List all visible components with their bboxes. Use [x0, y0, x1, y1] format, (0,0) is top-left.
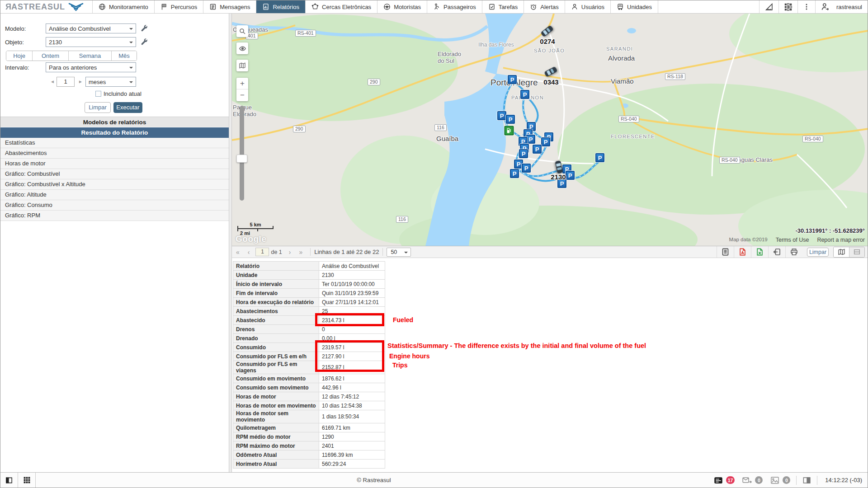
annotation-box-fueled — [315, 313, 384, 326]
fuel-station-marker-icon[interactable] — [505, 126, 514, 136]
image-count-badge[interactable]: 0 — [783, 476, 790, 484]
executar-button[interactable]: Executar — [113, 102, 142, 113]
increment-arrow[interactable]: ► — [78, 79, 83, 84]
grid-view-icon[interactable] — [18, 473, 36, 488]
tab-unidades[interactable]: Unidades — [611, 0, 658, 13]
decrement-arrow[interactable]: ◄ — [50, 79, 55, 84]
modelo-select[interactable]: Análise do Combustível — [46, 23, 136, 33]
export-pdf-icon[interactable] — [734, 246, 751, 258]
result-item-abastecimentos[interactable]: Abastecimentos — [0, 148, 229, 159]
tab-motoristas[interactable]: Motoristas — [377, 0, 427, 13]
tab-mensagens[interactable]: Mensagens — [203, 0, 256, 13]
tab-relatorios[interactable]: Relatórios — [256, 0, 306, 13]
messages-icon[interactable] — [742, 476, 752, 484]
map-view-toggle-icon[interactable] — [834, 247, 849, 257]
last-page-button[interactable]: » — [295, 249, 307, 256]
clear-results-button[interactable]: Limpar — [807, 248, 829, 257]
page-number-input[interactable]: 1 — [255, 248, 269, 256]
include-current-checkbox[interactable] — [95, 91, 101, 97]
parking-marker-icon[interactable]: P — [510, 169, 519, 178]
parking-marker-icon[interactable]: P — [522, 164, 531, 173]
result-item-grafico-altitude[interactable]: Gráfico: Altitude — [0, 190, 229, 200]
report-view-icon[interactable] — [717, 246, 734, 258]
panel-layout-icon[interactable] — [802, 476, 811, 484]
tab-tarefas[interactable]: Tarefas — [482, 0, 524, 13]
map-visibility-button[interactable] — [236, 42, 248, 54]
notification-count-badge[interactable]: 17 — [726, 476, 735, 484]
parking-marker-icon[interactable]: P — [508, 75, 517, 84]
row-label: Drenado — [233, 334, 319, 343]
road-badge-116: 116 — [434, 124, 447, 131]
page-size-select[interactable]: 50 — [387, 248, 411, 257]
result-header[interactable]: Resultado do Relatório — [0, 127, 229, 138]
vehicle-id-label: 0343 — [543, 78, 558, 86]
map-canvas[interactable]: CharqueadasIlha das FloresEldorado do Su… — [232, 14, 868, 246]
export-file-icon[interactable] — [768, 246, 785, 258]
parking-marker-icon[interactable]: P — [520, 90, 529, 99]
objeto-settings-wrench-icon[interactable] — [141, 38, 149, 46]
result-item-grafico-combustivel[interactable]: Gráfico: Combustível — [0, 169, 229, 179]
next-page-button[interactable]: › — [285, 249, 295, 256]
parking-marker-icon[interactable]: P — [533, 145, 542, 154]
result-item-grafico-combustivel-x-altitude[interactable]: Gráfico: Combustível x Altitude — [0, 179, 229, 190]
tab-passageiros[interactable]: Passageiros — [427, 0, 482, 13]
terms-of-use-link[interactable]: Terms of Use — [776, 237, 809, 243]
models-header[interactable]: Modelos de relatórios — [0, 117, 229, 127]
row-label: Consumido sem movimento — [233, 383, 319, 392]
modelo-label: Modelo: — [5, 25, 26, 32]
parking-marker-icon[interactable]: P — [506, 115, 515, 124]
report-map-error-link[interactable]: Report a map error — [817, 237, 865, 243]
quick-range-semana[interactable]: Semana — [69, 51, 112, 61]
panel-divider[interactable] — [229, 14, 232, 473]
logout-user-icon[interactable] — [815, 0, 835, 13]
parking-marker-icon[interactable]: P — [595, 153, 604, 162]
zoom-slider-track[interactable] — [240, 106, 244, 201]
zoom-in-button[interactable]: + — [236, 78, 248, 89]
map-search-button[interactable] — [236, 25, 248, 37]
parking-marker-icon[interactable]: P — [541, 137, 550, 146]
export-excel-icon[interactable] — [751, 246, 768, 258]
images-icon[interactable] — [770, 476, 779, 484]
more-options-kebab-icon[interactable] — [797, 0, 815, 13]
map-layers-button[interactable] — [236, 60, 248, 71]
zoom-slider-handle[interactable] — [236, 155, 247, 163]
period-unit-select[interactable]: meses — [85, 77, 136, 87]
modelo-settings-wrench-icon[interactable] — [141, 24, 149, 33]
parking-marker-icon[interactable]: P — [519, 149, 528, 158]
parking-marker-icon[interactable]: P — [497, 111, 506, 120]
objeto-select[interactable]: 2130 — [46, 37, 136, 47]
zoom-out-button[interactable]: − — [236, 89, 248, 101]
map-data-credit: Map data ©2019 — [729, 237, 768, 243]
result-item-grafico-rpm[interactable]: Gráfico: RPM — [0, 211, 229, 221]
parking-marker-icon[interactable]: P — [526, 135, 535, 144]
map-and-results-panel: CharqueadasIlha das FloresEldorado do Su… — [232, 14, 868, 473]
tab-usuarios[interactable]: Usuários — [565, 0, 611, 13]
print-icon[interactable] — [785, 246, 802, 258]
flag-icon — [160, 3, 168, 10]
parking-marker-icon[interactable]: P — [566, 171, 575, 180]
toggle-sidebar-icon[interactable] — [0, 473, 18, 488]
tab-label: Mensagens — [220, 4, 250, 10]
row-label: Abastecimentos — [233, 307, 319, 316]
intervalo-select[interactable]: Para os anteriores — [46, 62, 136, 72]
tab-alertas[interactable]: Alertas — [524, 0, 565, 13]
split-view-toggle-icon[interactable] — [849, 247, 864, 257]
quick-range-ontem[interactable]: Ontem — [33, 51, 69, 61]
first-page-button[interactable]: « — [232, 249, 244, 256]
quick-range-hoje[interactable]: Hoje — [6, 51, 33, 61]
message-count-badge[interactable]: 0 — [755, 476, 763, 484]
apps-grid-icon[interactable] — [778, 0, 797, 13]
map-label-eldorado-do-sul: Eldorado do Sul — [438, 51, 461, 64]
limpar-button[interactable]: Limpar — [85, 102, 111, 113]
result-item-estatisticas[interactable]: Estatísticas — [0, 138, 229, 148]
tab-cercas-eletronicas[interactable]: Cercas Eletrônicas — [306, 0, 377, 13]
period-count-input[interactable]: 1 — [57, 77, 75, 87]
tab-monitoramento[interactable]: Monitoramento — [93, 0, 155, 13]
quick-range-mes[interactable]: Mês — [112, 51, 137, 61]
measure-tool-icon[interactable] — [759, 0, 778, 13]
result-item-grafico-consumo[interactable]: Gráfico: Consumo — [0, 200, 229, 211]
tab-percursos[interactable]: Percursos — [155, 0, 204, 13]
notifications-icon[interactable] — [714, 476, 723, 484]
prev-page-button[interactable]: ‹ — [244, 249, 254, 256]
result-item-horas-de-motor[interactable]: Horas de motor — [0, 159, 229, 169]
